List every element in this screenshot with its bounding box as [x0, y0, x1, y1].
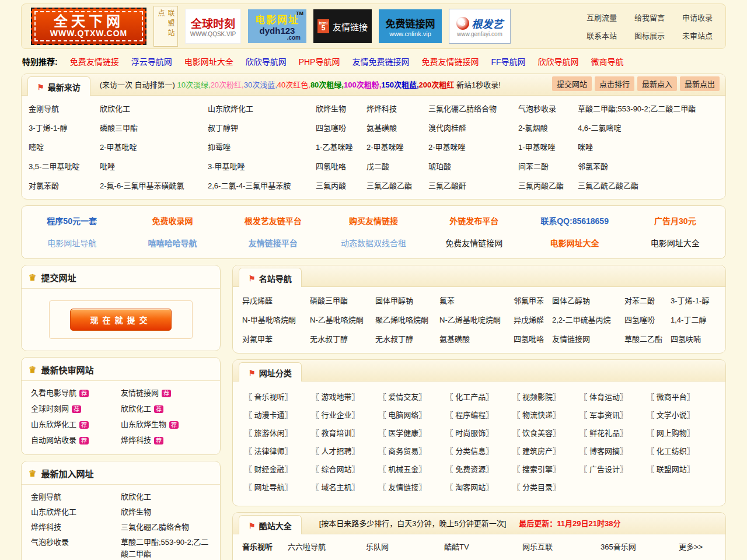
visitor-link[interactable]: 咪唑 [578, 138, 718, 157]
category-link[interactable]: 〖 教育培训〗 [312, 424, 379, 442]
famous-site-link[interactable]: 聚乙烯吡咯烷酮 [375, 310, 439, 330]
category-link[interactable]: 〖 动漫卡通〗 [245, 406, 312, 424]
visitor-link[interactable]: 2-氯烟酸 [518, 118, 578, 138]
category-link[interactable]: 〖 化工纺织〗 [647, 442, 714, 460]
category-link[interactable]: 〖 爱情交友〗 [379, 388, 446, 406]
cool-site-link[interactable]: VIPKU [601, 556, 679, 560]
latest-in-button[interactable]: 最新点入 [637, 76, 677, 91]
fast-review-link[interactable]: 山东欣烨生物 [121, 420, 166, 429]
site-logo[interactable]: 全天下网 WWW.QTXW.COM [31, 8, 146, 45]
latest-out-button[interactable]: 最新点出 [680, 76, 720, 91]
category-link[interactable]: 〖 博客网摘〗 [580, 442, 647, 460]
visitor-link[interactable]: 烨烨科技 [366, 99, 428, 118]
category-link[interactable]: 〖 微商平台〗 [647, 388, 714, 406]
cool-site-link[interactable]: 乐队网 [366, 538, 444, 556]
visitor-link[interactable]: 三氟乙酰乙酸乙酯 [578, 176, 718, 195]
new-site-link[interactable]: 山东欣烨化工 [31, 508, 76, 516]
fast-review-link[interactable]: 久看电影导航 [31, 388, 76, 397]
category-link[interactable]: 〖 综合网站〗 [312, 460, 379, 478]
category-link[interactable]: 〖 电脑网络〗 [379, 406, 446, 424]
visitor-link[interactable]: 金刚导航 [29, 99, 100, 118]
new-site-link[interactable]: 欣欣化工 [121, 492, 151, 501]
cool-site-link[interactable]: 酷酷TV [444, 538, 522, 556]
new-site-link[interactable]: 气泡秒收录 [31, 538, 69, 547]
visitor-link[interactable]: 2-甲基咪唑 [366, 138, 428, 157]
banner-genfayi[interactable]: G 根发艺 www.genfayi.com [449, 9, 511, 44]
banner-dydh123[interactable]: TM 电影网址 dydh123 .com [248, 9, 306, 43]
category-link[interactable]: 〖 化工产品〗 [446, 388, 513, 406]
recommend-link[interactable]: 欣欣导航网 [538, 55, 579, 67]
famous-site-link[interactable]: 氟苯 [439, 291, 514, 310]
more-link[interactable]: 更多>> [679, 556, 716, 560]
category-link[interactable]: 〖 网址导航〗 [245, 478, 312, 496]
fast-review-link[interactable]: 山东欣烨化工 [31, 420, 76, 429]
link-contact-site[interactable]: 联系本站 [587, 30, 617, 41]
famous-site-link[interactable]: 四氢呋喃 [671, 330, 716, 349]
new-site-link[interactable]: 三氟化硼乙腈络合物 [121, 523, 189, 531]
famous-site-link[interactable]: 对苯二酚 [624, 291, 671, 310]
fast-review-link[interactable]: 烨烨科技 [121, 436, 151, 444]
category-link[interactable]: 〖 视频影院〗 [512, 388, 580, 406]
famous-site-link[interactable]: 3-丁烯-1-醇 [671, 291, 716, 310]
visitor-link[interactable]: 间苯二酚 [518, 157, 578, 176]
ad-link[interactable]: 免费友情链接网 [424, 237, 524, 249]
visitor-link[interactable]: 三氟丙酸乙酯 [518, 176, 578, 195]
cool-site-link[interactable]: 六六啦导航 [288, 538, 366, 556]
link-leave-message[interactable]: 给我留言 [634, 12, 665, 23]
ad-link[interactable]: 动态数据双线合租 [323, 237, 424, 249]
category-link[interactable]: 〖 商务贸易〗 [379, 442, 446, 460]
submit-now-button[interactable]: 现在就提交 [70, 309, 172, 331]
category-link[interactable]: 〖 音乐视听〗 [245, 388, 312, 406]
banner-h5-links[interactable]: html 5 友情链接 [313, 9, 372, 43]
category-link[interactable]: 〖 分类目录〗 [512, 478, 580, 496]
cool-site-link[interactable]: 电影网址大全 [366, 556, 444, 560]
visitor-link[interactable]: 草酸二甲酯;553-90-2;乙二酸二甲酯 [578, 99, 718, 118]
famous-site-link[interactable]: 固体乙醇钠 [552, 291, 624, 310]
visitor-link[interactable]: 山东欣烨化工 [208, 99, 316, 118]
more-link[interactable]: 更多>> [679, 538, 716, 556]
visitor-link[interactable]: 2-甲基吡啶 [100, 138, 208, 157]
famous-site-link[interactable]: 四氢吡咯 [514, 330, 552, 349]
ad-link[interactable]: 友情链接平台 [223, 237, 323, 249]
visitor-link[interactable]: 三氟化硼乙腈络合物 [428, 99, 518, 118]
visitor-link[interactable]: 对氯苯酚 [29, 176, 100, 195]
category-link[interactable]: 〖 程序编程〗 [446, 406, 513, 424]
ad-link[interactable]: 电影网址大全 [625, 237, 725, 249]
famous-site-link[interactable]: 固体甲醇钠 [375, 291, 439, 310]
visitor-link[interactable]: 三氟乙酸酐 [428, 176, 518, 195]
visitor-link[interactable]: 溴代肉桂醛 [428, 118, 518, 138]
category-link[interactable]: 〖 人才招聘〗 [312, 442, 379, 460]
famous-site-link[interactable]: N-乙烯基吡啶烷酮 [439, 310, 514, 330]
new-site-link[interactable]: 金刚导航 [31, 492, 61, 501]
ad-link[interactable]: 电影网址导航 [22, 237, 122, 249]
visitor-link[interactable]: 1-甲基咪唑 [518, 138, 578, 157]
famous-site-link[interactable]: 异戊烯醛 [242, 291, 310, 310]
visitor-link[interactable]: 2-氟-6-三氟甲基苯磺酰氯 [100, 176, 208, 195]
category-link[interactable]: 〖 行业企业〗 [312, 406, 379, 424]
recommend-link[interactable]: 电影网址大全 [184, 55, 233, 67]
ad-link[interactable]: 广告月30元 [625, 215, 725, 226]
category-link[interactable]: 〖 建筑房产〗 [512, 442, 580, 460]
category-link[interactable]: 〖 旅游休闲〗 [245, 424, 312, 442]
fast-review-link[interactable]: 欣欣化工 [121, 404, 151, 413]
famous-site-link[interactable]: 草酸二乙酯 [624, 330, 671, 349]
visitor-link[interactable]: 叔丁醇钾 [208, 118, 316, 138]
famous-site-link[interactable]: 无水叔丁醇 [310, 330, 375, 349]
category-link[interactable]: 〖 财经金融〗 [245, 460, 312, 478]
category-link[interactable]: 〖 免费资源〗 [446, 460, 513, 478]
famous-site-link[interactable]: 邻氟甲苯 [514, 291, 552, 310]
fast-review-link[interactable]: 自动网站收录 [31, 436, 76, 444]
visitor-link[interactable]: 琥珀酸 [428, 157, 518, 176]
category-link[interactable]: 〖 搜索引擎〗 [512, 460, 580, 478]
tab-famous-sites[interactable]: ⚑ 名站导航 [239, 268, 302, 287]
tab-cool-sites[interactable]: ⚑ 酷站大全 [239, 515, 302, 534]
ad-link[interactable]: 程序50元一套 [22, 215, 122, 226]
visitor-link[interactable]: 4,6-二氯嘧啶 [578, 118, 718, 138]
recommend-link[interactable]: 友情免费链接网 [352, 55, 409, 67]
ad-link[interactable]: 免费收录网 [122, 215, 222, 226]
ad-link[interactable]: 电影网址大全 [524, 237, 624, 249]
recommend-link[interactable]: 免费友情链接 [70, 55, 119, 67]
link-icon-display[interactable]: 图标展示 [634, 30, 665, 41]
visitor-link[interactable]: 2,6-二氯-4-三氟甲基苯胺 [208, 176, 316, 195]
category-link[interactable]: 〖 饮食美容〗 [512, 424, 580, 442]
